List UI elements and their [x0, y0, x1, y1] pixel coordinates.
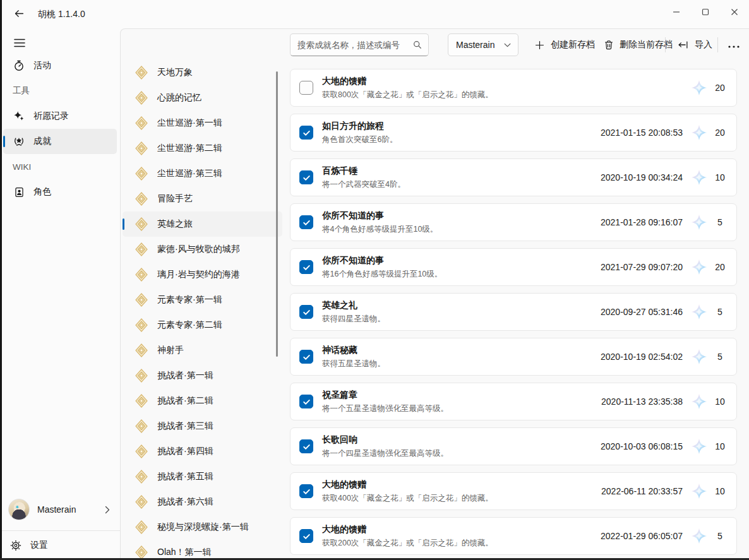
achievement-checkbox[interactable] [299, 395, 313, 408]
user-name: Masterain [37, 504, 76, 515]
primogem-icon [691, 483, 707, 499]
achievement-row[interactable]: 百炼千锤 将一个武器突破至4阶。 2020-10-19 00:34:24 10 [290, 158, 737, 196]
achievement-checkbox[interactable] [299, 126, 313, 140]
plus-icon [534, 40, 545, 51]
achievement-list: 大地的馈赠 获取800次「藏金之花」或「启示之花」的馈藏。 20 如日方升的旅程… [290, 69, 737, 555]
category-item[interactable]: 心跳的记忆 [123, 85, 282, 110]
achievement-texts: 英雄之礼 获得四星圣遗物。 [322, 300, 385, 325]
category-item[interactable]: 挑战者·第一辑 [123, 363, 282, 388]
archive-selector[interactable]: Masterain [448, 33, 518, 56]
category-item[interactable]: 挑战者·第六辑 [123, 489, 282, 515]
primogem-icon [691, 438, 707, 455]
more-button[interactable] [721, 33, 747, 56]
category-item[interactable]: 尘世巡游·第三辑 [123, 161, 282, 186]
sidebar-item-achievement[interactable]: 成就 [3, 129, 117, 154]
achievement-date: 2020-09-27 05:31:46 [601, 307, 683, 317]
achievement-row[interactable]: 祝圣篇章 将一个五星圣遗物强化至最高等级。 2020-11-13 23:35:3… [290, 383, 737, 420]
category-item[interactable]: 璃月·岩与契约的海港 [123, 262, 282, 287]
primogem-icon [691, 393, 707, 410]
category-item[interactable]: 挑战者·第四辑 [123, 439, 282, 464]
close-button[interactable] [720, 0, 749, 25]
achievement-description: 将一个四星圣遗物强化至最高等级。 [322, 448, 448, 459]
category-item[interactable]: 神射手 [123, 338, 282, 363]
achievement-checkbox[interactable] [299, 170, 313, 184]
achievement-row[interactable]: 如日方升的旅程 角色首次突破至6阶。 2021-01-15 20:08:53 2… [290, 114, 737, 152]
window-controls [662, 0, 749, 28]
category-item[interactable]: 蒙德·风与牧歌的城邦 [123, 237, 282, 262]
achievement-reward-count: 5 [711, 531, 729, 541]
achievement-reward-count: 20 [711, 128, 729, 138]
maximize-icon [702, 8, 709, 18]
achievement-checkbox[interactable] [299, 305, 313, 319]
achievement-texts: 百炼千锤 将一个武器突破至4阶。 [322, 165, 405, 190]
sidebar-item-character[interactable]: 角色 [3, 179, 117, 205]
achievement-texts: 大地的馈赠 获取800次「藏金之花」或「启示之花」的馈藏。 [322, 76, 493, 100]
achievement-checkbox[interactable] [299, 350, 313, 364]
sidebar-item-settings[interactable]: 设置 [0, 532, 120, 559]
category-item[interactable]: Olah！第一辑 [123, 540, 282, 560]
category-item[interactable]: 秘境与深境螺旋·第一辑 [123, 515, 282, 540]
sidebar-item-wish[interactable]: 祈愿记录 [3, 104, 117, 129]
achievement-reward-count: 5 [711, 307, 729, 317]
maximize-button[interactable] [691, 0, 720, 25]
category-item[interactable]: 挑战者·第五辑 [123, 464, 282, 489]
category-label: 冒险手艺 [157, 193, 193, 205]
minimize-button[interactable] [662, 0, 691, 25]
category-emblem-icon [135, 293, 148, 307]
achievement-date: 2021-07-29 09:07:20 [601, 262, 683, 272]
chevron-down-icon [504, 43, 511, 47]
achievement-row[interactable]: 神话秘藏 获得五星圣遗物。 2020-10-19 02:54:02 5 [290, 338, 737, 376]
user-card[interactable]: Masterain [0, 495, 120, 524]
category-emblem-icon [135, 116, 148, 130]
achievement-row[interactable]: 你所不知道的事 将4个角色好感等级提升至10级。 2021-01-28 09:1… [290, 203, 737, 241]
back-button[interactable] [9, 4, 29, 25]
create-archive-button[interactable]: 创建新存档 [528, 33, 601, 56]
category-scrollbar[interactable] [276, 71, 278, 357]
achievement-texts: 你所不知道的事 将16个角色好感等级提升至10级。 [322, 255, 442, 280]
sidebar-item-activity[interactable]: 活动 [3, 53, 117, 78]
achievement-title: 大地的馈赠 [322, 76, 493, 87]
achievement-checkbox[interactable] [299, 439, 313, 453]
category-item[interactable]: 元素专家·第一辑 [123, 287, 282, 313]
primogem-icon [691, 80, 707, 96]
achievement-row[interactable]: 大地的馈赠 获取200次「藏金之花」或「启示之花」的馈藏。 2022-01-29… [290, 517, 737, 555]
achievement-date: 2022-06-11 20:33:57 [601, 486, 683, 496]
achievement-title: 你所不知道的事 [322, 210, 438, 222]
category-item[interactable]: 挑战者·第二辑 [123, 388, 282, 414]
category-item[interactable]: 天地万象 [123, 60, 282, 85]
category-item[interactable]: 英雄之旅 [123, 211, 282, 237]
chevron-right-icon [105, 506, 110, 514]
category-label: 挑战者·第二辑 [157, 395, 213, 407]
delete-archive-button[interactable]: 删除当前存档 [597, 33, 679, 56]
achievement-texts: 大地的馈赠 获取200次「藏金之花」或「启示之花」的馈藏。 [322, 524, 493, 549]
achievement-checkbox[interactable] [299, 215, 313, 229]
achievement-row[interactable]: 大地的馈赠 获取800次「藏金之花」或「启示之花」的馈藏。 20 [290, 69, 737, 107]
menu-button[interactable] [9, 33, 30, 54]
achievement-reward-count: 20 [711, 83, 729, 93]
search-box [290, 33, 429, 56]
avatar [8, 499, 30, 520]
achievement-checkbox[interactable] [299, 260, 313, 274]
category-emblem-icon [135, 141, 148, 155]
category-item[interactable]: 挑战者·第三辑 [123, 414, 282, 439]
category-item[interactable]: 元素专家·第二辑 [123, 313, 282, 338]
category-item[interactable]: 尘世巡游·第一辑 [123, 110, 282, 136]
search-input[interactable] [291, 40, 413, 50]
achievement-reward-count: 10 [711, 486, 729, 496]
achievement-row[interactable]: 英雄之礼 获得四星圣遗物。 2020-09-27 05:31:46 5 [290, 293, 737, 331]
category-item[interactable]: 冒险手艺 [123, 186, 282, 211]
achievement-row[interactable]: 长歌回响 将一个四星圣遗物强化至最高等级。 2020-10-03 06:08:1… [290, 427, 737, 465]
achievement-description: 获取200次「藏金之花」或「启示之花」的馈藏。 [322, 538, 493, 549]
category-emblem-icon [135, 343, 148, 357]
achievement-checkbox[interactable] [299, 529, 313, 543]
category-emblem-icon [135, 242, 148, 256]
achievement-title: 神话秘藏 [322, 345, 385, 356]
achievement-checkbox[interactable] [299, 484, 313, 498]
primogem-icon [691, 214, 707, 230]
achievement-row[interactable]: 大地的馈赠 获取400次「藏金之花」或「启示之花」的馈藏。 2022-06-11… [290, 472, 737, 510]
achievement-checkbox[interactable] [299, 81, 313, 95]
category-item[interactable]: 尘世巡游·第二辑 [123, 136, 282, 161]
achievement-row[interactable]: 你所不知道的事 将16个角色好感等级提升至10级。 2021-07-29 09:… [290, 248, 737, 286]
category-label: 挑战者·第五辑 [157, 471, 213, 482]
import-button[interactable]: 导入 [671, 33, 719, 56]
